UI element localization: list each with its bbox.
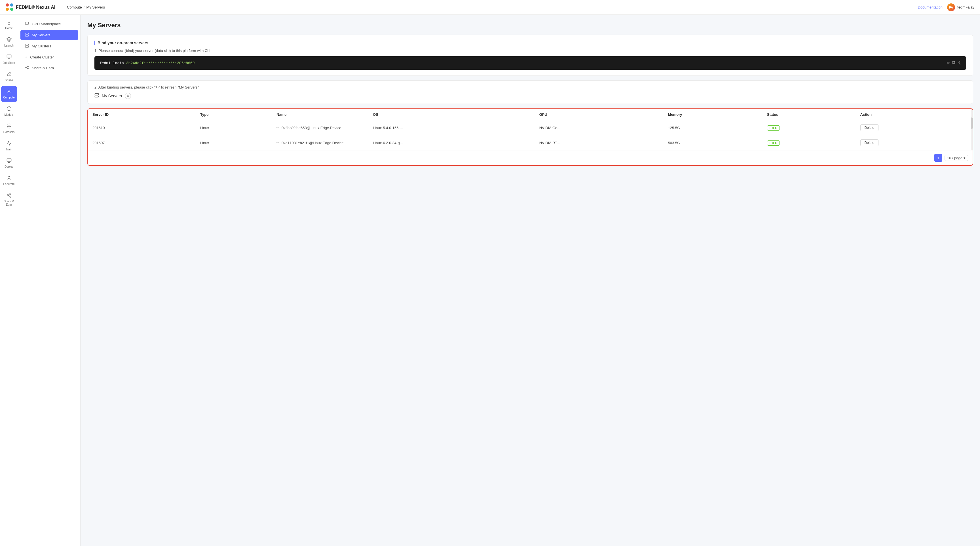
servers-table: Server ID Type Name OS GPU Memory Status…	[88, 109, 973, 150]
cell-server-id-1: 201610	[88, 120, 196, 136]
app-title: FEDML® Nexus AI	[16, 5, 55, 10]
sidebar-item-datasets[interactable]: Datasets	[1, 121, 17, 137]
svg-rect-0	[7, 55, 11, 58]
documentation-link[interactable]: Documentation	[918, 5, 943, 10]
svg-rect-10	[25, 22, 29, 24]
terminal-icon[interactable]: ⌨	[947, 60, 950, 66]
svg-point-9	[10, 196, 11, 198]
sidebar-label-job-store: Job Store	[3, 61, 15, 65]
breadcrumb-separator: /	[84, 5, 85, 10]
col-gpu: GPU	[535, 109, 663, 120]
bind-header: Bind your on-prem servers	[94, 41, 966, 45]
breadcrumb-compute[interactable]: Compute	[67, 5, 82, 10]
sidebar-item-job-store[interactable]: Job Store	[1, 51, 17, 67]
refresh-button[interactable]: ↻	[125, 93, 131, 99]
col-status: Status	[762, 109, 856, 120]
sidebar-item-share-earn[interactable]: Share & Earn	[1, 190, 17, 209]
sidebar-item-home[interactable]: ⌂ Home	[1, 18, 17, 33]
breadcrumb-current: My Servers	[86, 5, 105, 10]
svg-point-21	[27, 68, 29, 69]
svg-point-7	[10, 193, 11, 195]
col-name: Name	[272, 109, 368, 120]
sub-sidebar-item-gpu-marketplace[interactable]: GPU Marketplace	[21, 19, 78, 29]
sidebar-label-federate: Federate	[3, 182, 14, 186]
sub-sidebar-label-share-earn: Share & Earn	[32, 66, 54, 70]
sidebar-item-train[interactable]: Train	[1, 138, 17, 154]
delete-button-1[interactable]: Delete	[860, 124, 879, 131]
launch-icon	[6, 37, 12, 43]
svg-point-19	[27, 66, 29, 67]
job-store-icon	[6, 54, 12, 60]
per-page-selector[interactable]: 10 / page ▾	[945, 155, 968, 161]
sidebar-item-compute[interactable]: Compute	[1, 86, 17, 102]
bind-bar-accent	[94, 41, 95, 45]
status-badge-2: IDLE	[767, 140, 780, 145]
sidebar-item-models[interactable]: Models	[1, 103, 17, 120]
refresh-instruction: 2. After binding servers, please click "…	[94, 85, 966, 89]
cell-gpu-1: NVIDIA Ge...	[535, 120, 663, 136]
share-earn-icon	[6, 193, 12, 199]
status-badge-1: IDLE	[767, 125, 780, 131]
sidebar: ⌂ Home Launch Job Store Studio Compute	[0, 15, 18, 546]
col-memory: Memory	[663, 109, 762, 120]
name-cell-1: ✏ 0xffdc89fad658@Linux.Edge.Device	[277, 126, 364, 130]
cell-gpu-2: NVIDIA RT...	[535, 136, 663, 150]
page-title: My Servers	[88, 22, 973, 29]
svg-rect-22	[95, 93, 99, 95]
sidebar-item-launch[interactable]: Launch	[1, 34, 17, 50]
moon-icon[interactable]: ☾	[958, 60, 961, 66]
sidebar-label-home: Home	[5, 27, 13, 30]
table-scrollbar	[971, 109, 973, 150]
cell-name-2: ✏ 0xa11081eb21f1@Linux.Edge.Device	[272, 136, 368, 150]
sidebar-item-studio[interactable]: Studio	[1, 69, 17, 85]
sub-sidebar-item-my-servers[interactable]: My Servers	[21, 30, 78, 40]
cell-status-1: IDLE	[762, 120, 856, 136]
svg-point-5	[7, 179, 8, 180]
train-icon	[6, 141, 12, 147]
name-cell-2: ✏ 0xa11081eb21f1@Linux.Edge.Device	[277, 141, 364, 145]
edit-icon-1[interactable]: ✏	[277, 126, 279, 130]
per-page-value: 10 / page	[947, 156, 963, 160]
datasets-icon	[6, 123, 12, 129]
code-actions: ⌨ ⧉ ☾	[947, 60, 961, 66]
logo-dot-red	[6, 3, 9, 6]
sub-sidebar-item-my-clusters[interactable]: My Clusters	[21, 41, 78, 51]
sidebar-item-deploy[interactable]: Deploy	[1, 155, 17, 171]
app-logo: FEDML® Nexus AI	[6, 3, 62, 11]
svg-point-6	[10, 179, 11, 180]
col-action: Action	[856, 109, 973, 120]
edit-icon-2[interactable]: ✏	[277, 141, 279, 145]
sub-sidebar-label-gpu-marketplace: GPU Marketplace	[32, 22, 61, 26]
sub-sidebar: GPU Marketplace My Servers My Clusters +…	[18, 15, 81, 546]
cell-os-1: Linux-5.4.0-156-...	[368, 120, 535, 136]
my-servers-label: My Servers	[102, 94, 122, 98]
my-servers-icon	[25, 33, 29, 37]
gpu-marketplace-icon	[25, 22, 29, 26]
sidebar-label-launch: Launch	[4, 44, 14, 47]
delete-button-2[interactable]: Delete	[860, 139, 879, 146]
sub-sidebar-item-create-cluster[interactable]: + Create Cluster	[21, 52, 78, 62]
topbar: FEDML® Nexus AI Compute / My Servers Doc…	[0, 0, 980, 15]
page-button-1[interactable]: 1	[934, 154, 942, 162]
svg-rect-3	[7, 159, 11, 162]
table-header: Server ID Type Name OS GPU Memory Status…	[88, 109, 973, 120]
col-os: OS	[368, 109, 535, 120]
federate-icon	[6, 176, 12, 181]
sidebar-label-deploy: Deploy	[5, 165, 13, 169]
sidebar-item-federate[interactable]: Federate	[1, 172, 17, 189]
svg-point-20	[25, 67, 27, 68]
user-name: fedml-alay	[957, 5, 974, 10]
name-value-1: 0xffdc89fad658@Linux.Edge.Device	[282, 126, 341, 130]
sub-sidebar-item-share-earn[interactable]: Share & Earn	[21, 63, 78, 73]
bind-instruction: 1. Please connect (bind) your server (da…	[94, 48, 966, 53]
refresh-row: My Servers ↻	[94, 93, 966, 99]
table-body: 201610 Linux ✏ 0xffdc89fad658@Linux.Edge…	[88, 120, 973, 150]
deploy-icon	[6, 158, 12, 164]
logo-dot-yellow	[6, 8, 9, 11]
cell-memory-1: 125.5G	[663, 120, 762, 136]
create-cluster-icon: +	[25, 55, 27, 59]
sidebar-label-train: Train	[6, 148, 12, 151]
compute-icon	[6, 89, 12, 95]
copy-icon[interactable]: ⧉	[952, 60, 955, 66]
sidebar-label-studio: Studio	[5, 78, 13, 82]
